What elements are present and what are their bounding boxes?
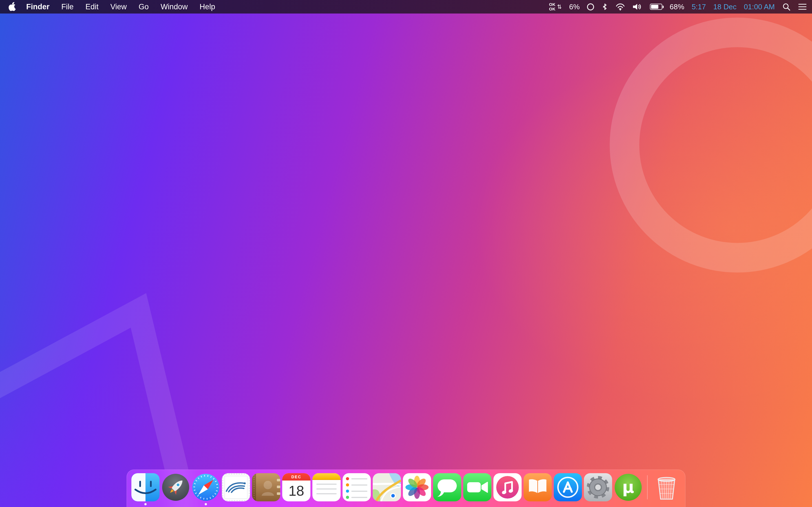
clock-label: 01:00 AM: [744, 3, 775, 11]
notes-icon: [312, 473, 341, 501]
dock-calendar[interactable]: DEC 18: [282, 473, 310, 501]
dock-notes[interactable]: [312, 473, 341, 501]
menu-bar-left: Finder File Edit View Go Window Help: [5, 0, 221, 13]
wifi-menu[interactable]: [615, 0, 625, 13]
dock-music[interactable]: [493, 473, 522, 501]
utorrent-glyph: µ: [622, 478, 635, 497]
menu-view[interactable]: View: [105, 0, 133, 13]
menu-help[interactable]: Help: [194, 0, 221, 13]
battery-menu[interactable]: [650, 0, 662, 13]
menu-file[interactable]: File: [56, 0, 80, 13]
calendar-day-label: 18: [282, 481, 310, 501]
spotlight-menu[interactable]: [782, 0, 791, 13]
date-label: 18 Dec: [713, 3, 737, 11]
dock-finder[interactable]: [132, 473, 160, 501]
network-up-label: OK: [549, 2, 555, 7]
launchpad-icon: [161, 473, 190, 501]
dock-launchpad[interactable]: [161, 473, 190, 501]
cpu-usage-indicator[interactable]: 6%: [569, 0, 580, 13]
dock-separator: [647, 475, 648, 499]
notes-yellow-strip: [312, 473, 341, 480]
dock-contacts[interactable]: [252, 473, 280, 501]
network-down-label: OK: [549, 7, 555, 11]
music-icon: [493, 473, 522, 501]
dock-app-store[interactable]: [554, 473, 582, 501]
dock-reminders[interactable]: [343, 473, 371, 501]
circle-status-icon: [587, 3, 594, 10]
menu-bar-status-area: OK OK ⇅ 6%: [549, 0, 807, 13]
contacts-icon: [252, 473, 280, 501]
reminders-icon: [343, 473, 371, 501]
cpu-usage-label: 6%: [569, 3, 580, 11]
apple-menu[interactable]: [5, 0, 20, 13]
dock-trash[interactable]: [652, 473, 680, 501]
timer-indicator[interactable]: 5:17: [692, 0, 706, 13]
facetime-icon: [463, 473, 492, 501]
battery-percent-indicator[interactable]: 68%: [670, 0, 684, 13]
books-icon: [523, 473, 552, 501]
volume-icon: [632, 3, 643, 10]
dock-facetime[interactable]: [463, 473, 492, 501]
dock-maps[interactable]: [373, 473, 401, 501]
system-preferences-icon: [584, 473, 612, 501]
messages-icon: [433, 473, 461, 501]
calendar-month-label: DEC: [282, 473, 310, 481]
dock-mail[interactable]: [222, 473, 250, 501]
dock-utorrent[interactable]: µ: [614, 473, 642, 501]
apple-logo-icon: [8, 2, 16, 11]
status-circle-menu[interactable]: [587, 0, 594, 13]
dock-container: DEC 18: [126, 469, 686, 507]
clock-indicator[interactable]: 01:00 AM: [744, 0, 775, 13]
network-speed-labels: OK OK: [549, 2, 555, 11]
photos-icon: [403, 473, 431, 501]
menu-bar: Finder File Edit View Go Window Help OK …: [0, 0, 812, 13]
maps-icon: [373, 473, 401, 501]
volume-menu[interactable]: [632, 0, 643, 13]
menu-edit[interactable]: Edit: [80, 0, 105, 13]
wallpaper-ring-shape: [624, 33, 812, 258]
dock-safari[interactable]: [192, 473, 220, 501]
notification-list-icon: [798, 3, 807, 10]
trash-icon: [652, 473, 680, 501]
desktop-wallpaper: [0, 0, 812, 507]
date-indicator[interactable]: 18 Dec: [713, 0, 737, 13]
wallpaper-decorative-shapes: [0, 0, 812, 507]
running-indicator-dot: [205, 503, 207, 505]
battery-icon: [650, 4, 662, 10]
search-icon: [782, 3, 791, 11]
wifi-icon: [615, 3, 625, 10]
battery-percent-label: 68%: [670, 3, 684, 11]
dock-system-preferences[interactable]: [584, 473, 612, 501]
dock-photos[interactable]: [403, 473, 431, 501]
notification-center-menu[interactable]: [798, 0, 807, 13]
battery-nub: [663, 6, 664, 8]
menu-window[interactable]: Window: [155, 0, 194, 13]
running-indicator-dot: [144, 503, 147, 505]
bluetooth-icon: [601, 3, 608, 11]
menu-go[interactable]: Go: [133, 0, 155, 13]
finder-icon: [132, 473, 160, 501]
bluetooth-menu[interactable]: [601, 0, 608, 13]
network-arrows-icon: ⇅: [557, 4, 562, 10]
timer-label: 5:17: [692, 3, 706, 11]
network-speed-indicator[interactable]: OK OK ⇅: [549, 0, 562, 13]
app-store-icon: [554, 473, 582, 501]
dock-messages[interactable]: [433, 473, 461, 501]
active-app-name[interactable]: Finder: [20, 3, 56, 11]
utorrent-icon: µ: [614, 473, 642, 501]
dock-books[interactable]: [523, 473, 552, 501]
safari-icon: [192, 473, 220, 501]
dock: DEC 18: [126, 469, 686, 507]
battery-fill-level: [651, 5, 658, 9]
mail-stamp-icon: [222, 473, 250, 501]
calendar-icon: DEC 18: [282, 473, 310, 501]
